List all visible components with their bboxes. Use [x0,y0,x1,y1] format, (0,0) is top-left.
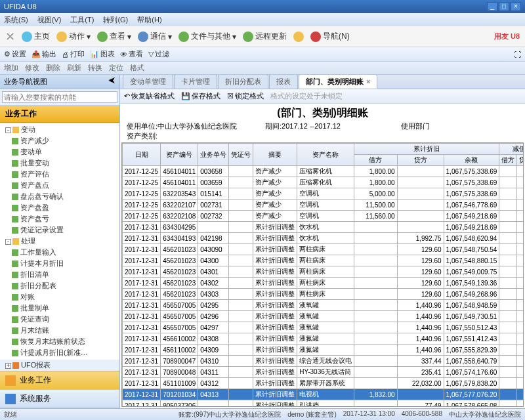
action-button[interactable]: 动作 ▾ [56,31,91,42]
table-row[interactable]: 2017-12-31456201023043090累计折旧调整两柱病床129.6… [123,244,524,255]
table-row[interactable]: 2017-12-3170120103404313累计折旧调整电视机1,832.0… [123,389,524,400]
table-row[interactable]: 2017-12-25632203543015141资产减少空调机5,000.00… [123,188,524,200]
sb-restore[interactable]: ↶恢复缺省格式 [124,91,175,101]
tb-locate[interactable]: 定位 [109,63,123,73]
tb-convert[interactable]: 转换 [88,63,102,73]
table-row[interactable]: 2017-12-3145620102304303累计折旧调整两柱病床129.60… [123,289,524,300]
tb-view[interactable]: 👁查看 [120,49,143,59]
minimize-button[interactable]: _ [487,2,497,11]
tree-item[interactable]: 变动单 [0,146,119,158]
menu-system[interactable]: 系统(S) [4,15,28,25]
tb-settings[interactable]: ⚙设置 [4,49,26,59]
tree-item[interactable]: 资产减少 [0,135,119,146]
tree-item[interactable]: 批量制单 [0,303,119,314]
menu-help[interactable]: 帮助(H) [137,15,161,25]
table-row[interactable]: 2017-12-3170890004704310累计折旧调整综合通无线会议电33… [123,356,524,367]
comm-button[interactable]: 通信 ▾ [138,31,172,42]
table-row[interactable]: 2017-12-25456104011003658资产减少压缩雾化机1,800.… [123,166,524,177]
tb-filter[interactable]: ▽过滤 [148,49,169,59]
tree-item[interactable]: 对账 [0,291,119,303]
bottom-nav-system[interactable]: 系统服务 [0,390,119,408]
tab[interactable]: 变动单管理 [123,75,173,89]
table-row[interactable]: 2017-12-31634304193042198累计折旧调整饮水机1,992.… [123,233,524,244]
tree-item[interactable]: 工作量输入 [0,247,119,258]
tab[interactable]: 部门、类别明细账× [299,75,377,89]
table-row[interactable]: 2017-12-3145611000204309累计折旧调整液氮罐1,440.9… [123,345,524,356]
nav-header[interactable]: 业务工作 [0,106,119,123]
tabstrip: 变动单管理卡片管理折旧分配表报表部门、类别明细账× [120,75,525,89]
table-row[interactable]: 2017-12-3145650700504296累计折旧调整液氧罐1,440.9… [123,311,524,322]
nav-button[interactable]: 导航(N) [310,31,350,42]
table-row[interactable]: 2017-12-3145620102304301累计折旧调整两柱病床129.60… [123,266,524,278]
tb-refresh[interactable]: 刷新 [67,63,81,73]
tb-format[interactable]: 格式 [130,63,144,73]
maximize-button[interactable]: □ [499,2,509,11]
tree-item[interactable]: 折旧分配表 [0,280,119,291]
menu-tools[interactable]: 工具(T) [70,15,94,25]
tab[interactable]: 折旧分配表 [218,75,268,89]
status-item: 2017-12-31 13:00 [343,410,395,419]
table-row[interactable]: 2017-12-3145620102304302累计折旧调整两柱病床129.60… [123,278,524,289]
nav-icon [310,32,321,42]
tree-item[interactable]: 月末结账 [0,325,119,336]
table-row[interactable]: 2017-12-3145650700504297累计折旧调整液氧罐1,440.9… [123,322,524,333]
status-item: 账套:(997)中山大学孙逸仙纪念医院 [178,410,281,419]
close-icon[interactable]: ✕ [5,30,15,44]
content: 变动单管理卡片管理折旧分配表报表部门、类别明细账× ↶恢复缺省格式 💾保存格式 … [120,75,525,408]
menu-view[interactable]: 视图(V) [37,15,62,25]
tree-item[interactable]: 盘点盘亏确认 [0,191,119,202]
titlebar: UFIDA U8 _ □ × [0,0,525,13]
tb-chart[interactable]: 📊图表 [90,49,115,59]
sidebar: 业务导航视图⮜ 业务工作 -变动资产减少变动单批量变动资产评估资产盘点盘点盘亏确… [0,75,120,408]
grid-wrap[interactable]: 日期资产编号业务单号凭证号摘要资产名称累计折旧减值准备借方贷方余额借方贷方余额2… [121,142,524,407]
tab-close-icon[interactable]: × [366,77,370,85]
table-row[interactable]: 2017-12-3145661000204308累计折旧调整液氮罐1,440.9… [123,333,524,345]
tree-item[interactable]: 恢复月末结账前状态 [0,336,119,347]
tree-item[interactable]: 凭证查询 [0,314,119,325]
tab[interactable]: 卡片管理 [174,75,217,89]
tree-item[interactable]: 折旧清单 [0,269,119,280]
tb-delete[interactable]: 删除 [46,63,60,73]
tree-item[interactable]: 计提减月折旧(新准… [0,347,119,358]
tree-group[interactable]: -变动 [0,124,119,135]
tab[interactable]: 报表 [269,75,298,89]
sb-lock[interactable]: ☒锁定格式 [227,91,264,101]
file-button[interactable]: 文件与其他 ▾ [178,31,236,42]
menu-goto[interactable]: 转到(G) [103,15,128,25]
view-button[interactable]: 查看 ▾ [97,31,131,42]
tree-item[interactable]: 资产盘亏 [0,213,119,224]
tb-fullscreen-icon[interactable]: ⛶ [514,51,521,58]
sun-icon[interactable] [293,32,304,42]
table-row[interactable]: 2017-12-3170890004804311累计折旧调整HY-3036无线话… [123,367,524,378]
tb-export[interactable]: 📤输出 [32,49,56,59]
tb-edit[interactable]: 修改 [25,63,39,73]
table-row[interactable]: 2017-12-31905037306累计折旧调整引进档77.491,067,5… [123,400,524,408]
search-input[interactable] [2,91,117,103]
tree-group[interactable]: -处理 [0,236,119,247]
table-row[interactable]: 2017-12-3145620102304300累计折旧调整两柱病床129.60… [123,255,524,266]
tb-print[interactable]: 🖨打印 [62,49,85,59]
footer-ufo[interactable]: +UFO报表 [0,360,119,371]
tb-add[interactable]: 增加 [4,63,18,73]
tree-item[interactable]: 资产盘点 [0,180,119,191]
sb-save[interactable]: 💾保存格式 [181,91,220,101]
cloud-icon [243,32,253,42]
tree-item[interactable]: 资产盘盈 [0,202,119,213]
bottom-nav-business[interactable]: 业务工作 [0,371,119,390]
table-row[interactable]: 2017-12-25632202107002731资产减少空调机11,500.0… [123,200,524,211]
close-button[interactable]: × [511,2,521,11]
home-button[interactable]: 主页 [22,31,50,42]
tree-item[interactable]: 批量变动 [0,158,119,169]
status-item: 4006-600-588 [402,410,442,419]
sidebar-collapse-icon[interactable]: ⮜ [108,77,116,87]
table-row[interactable]: 2017-12-25632202108002732资产减少空调机11,560.0… [123,211,524,222]
table-row[interactable]: 2017-12-3145650700504295累计折旧调整液氧罐1,440.9… [123,300,524,311]
table-row[interactable]: 2017-12-25456104011003659资产减少压缩雾化机1,800.… [123,177,524,188]
tree-item[interactable]: 资产评估 [0,169,119,180]
tree-item[interactable]: 凭证记录设置 [0,224,119,236]
table-row[interactable]: 2017-12-31634304295累计折旧调整饮水机1,067,549,21… [123,222,524,233]
update-button[interactable]: 远程更新 [243,31,287,42]
tree-item[interactable]: 计提本月折旧 [0,258,119,269]
table-row[interactable]: 2017-12-3145110100904312累计折旧调整紧尿带开器系统22,… [123,378,524,389]
sb-status: 格式的设定处于未锁定 [270,91,343,101]
